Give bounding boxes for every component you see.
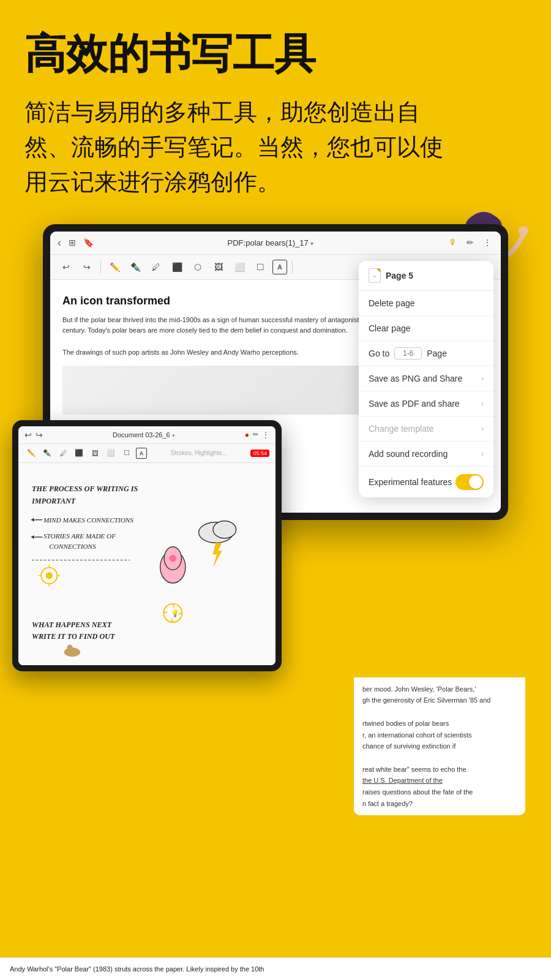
svg-text:STORIES ARE MADE OF: STORIES ARE MADE OF bbox=[43, 532, 116, 540]
department-text: the U.S. Department of the bbox=[362, 775, 517, 786]
toolbar-right-icons: 🎙 ✏ ⋮ bbox=[447, 236, 493, 249]
shape-icon[interactable]: ☐ bbox=[252, 258, 269, 276]
bookmark-icon[interactable]: 🔖 bbox=[82, 236, 94, 249]
clear-page-label: Clear page bbox=[369, 323, 411, 333]
bottom-text1: ber mood. John Wesley, 'Polar Bears,' bbox=[362, 684, 517, 695]
eraser-icon[interactable]: ⬛ bbox=[168, 258, 186, 276]
back-button[interactable]: ‹ bbox=[58, 236, 61, 249]
chevron-right-icon2: › bbox=[481, 399, 484, 408]
page-suffix-label: Page bbox=[427, 349, 447, 358]
redo-icon[interactable]: ↪ bbox=[78, 258, 96, 276]
subtitle: 简洁与易用的多种工具，助您创造出自然、流畅的手写笔记。当然，您也可以使用云记来进… bbox=[24, 95, 453, 200]
small-undo-icon[interactable]: ↩ bbox=[24, 430, 32, 440]
delete-page-label: Delete page bbox=[369, 298, 415, 308]
handwriting-content: THE PROCESS OF WRITING IS IMPORTANT MIND… bbox=[18, 463, 276, 665]
change-template-label: Change template bbox=[369, 424, 434, 434]
more-options-icon[interactable]: ⋮ bbox=[481, 236, 493, 249]
goto-label: Go to bbox=[369, 349, 389, 358]
bottom-content-strip: ber mood. John Wesley, 'Polar Bears,' gh… bbox=[354, 677, 525, 816]
svg-text:MIND MAKES CONNECTIONS: MIND MAKES CONNECTIONS bbox=[43, 516, 133, 524]
pencil-tool-icon[interactable]: ✒️ bbox=[127, 258, 144, 276]
small-eraser-icon[interactable]: ⬛ bbox=[72, 447, 86, 460]
menu-item-goto: Go to Page bbox=[359, 341, 493, 366]
small-tools-toolbar: ✏️ ✒️ 🖊 ⬛ 🖼 ⬜ ☐ A Strokes, Highlighte...… bbox=[18, 444, 276, 463]
save-png-label: Save as PNG and Share bbox=[369, 374, 462, 383]
small-pencil2-icon[interactable]: ✒️ bbox=[40, 447, 54, 460]
chevron-right-icon3: › bbox=[481, 424, 484, 433]
add-sound-label: Add sound recording bbox=[369, 449, 448, 459]
svg-text:THE PROCESS OF WRITING IS: THE PROCESS OF WRITING IS bbox=[32, 484, 138, 492]
menu-item-add-sound[interactable]: Add sound recording › bbox=[359, 442, 493, 467]
bottom-text2: gh the generosity of Eric Silverman '85 … bbox=[362, 695, 517, 706]
menu-item-change-template[interactable]: Change template › bbox=[359, 417, 493, 442]
bottom-text3: rtwined bodies of polar bears bbox=[362, 718, 517, 729]
svg-marker-30 bbox=[213, 543, 222, 566]
svg-text:CONNECTIONS: CONNECTIONS bbox=[49, 542, 96, 549]
small-image-icon[interactable]: 🖼 bbox=[88, 447, 102, 460]
menu-item-save-pdf[interactable]: Save as PDF and share › bbox=[359, 391, 493, 417]
svg-marker-15 bbox=[31, 518, 34, 522]
mic-icon[interactable]: 🎙 bbox=[447, 236, 459, 249]
small-box-icon[interactable]: ⬜ bbox=[104, 447, 118, 460]
text-box-icon[interactable]: ⬜ bbox=[231, 258, 248, 276]
grid-icon[interactable]: ⊞ bbox=[66, 236, 78, 249]
experimental-label: Experimental features bbox=[369, 477, 452, 487]
chevron-right-icon: › bbox=[481, 374, 484, 383]
menu-page-label: Page 5 bbox=[386, 271, 413, 281]
svg-point-33 bbox=[170, 555, 176, 562]
text-icon[interactable]: A bbox=[272, 260, 287, 274]
menu-item-delete-page[interactable]: Delete page bbox=[359, 291, 493, 316]
image-icon[interactable]: 🖼 bbox=[210, 258, 227, 276]
small-redo-icon[interactable]: ↪ bbox=[36, 430, 43, 440]
goto-input[interactable] bbox=[394, 347, 422, 360]
menu-item-experimental: Experimental features bbox=[359, 467, 493, 497]
page-corner bbox=[377, 269, 380, 273]
divider2 bbox=[292, 261, 293, 273]
chevron-right-icon4: › bbox=[481, 450, 484, 458]
timer-badge: 05:54 bbox=[250, 450, 269, 457]
page-thumbnail-icon: ≡ bbox=[369, 268, 381, 283]
main-title: 高效的书写工具 bbox=[24, 31, 527, 77]
strokes-label: Strokes, Highlighte... bbox=[171, 450, 227, 456]
small-more-icon[interactable]: ⋮ bbox=[262, 431, 269, 439]
bottom-text8: raises questions about the fate of the bbox=[362, 786, 517, 798]
top-section: 高效的书写工具 简洁与易用的多种工具，助您创造出自然、流畅的手写笔记。当然，您也… bbox=[0, 0, 551, 212]
document-title[interactable]: PDF:polar bears(1)_17 ▾ bbox=[99, 238, 442, 247]
marker-tool-icon[interactable]: 🖊 bbox=[148, 258, 165, 276]
undo-icon[interactable]: ↩ bbox=[58, 258, 75, 276]
svg-marker-18 bbox=[31, 535, 34, 539]
small-pencil1-icon[interactable]: ✏️ bbox=[24, 447, 38, 460]
small-pen-icon[interactable]: ✏ bbox=[253, 431, 258, 439]
small-shape-icon[interactable]: ☐ bbox=[120, 447, 133, 460]
menu-item-save-png[interactable]: Save as PNG and Share › bbox=[359, 366, 493, 391]
svg-point-29 bbox=[213, 521, 236, 538]
bottom-text4: r, an international cohort of scientists bbox=[362, 729, 517, 741]
bottom-bar-text: Andy Warhol's "Polar Bear" (1983) struts… bbox=[10, 965, 541, 973]
svg-text:IMPORTANT: IMPORTANT bbox=[31, 497, 76, 505]
ipad-small: ↩ ↪ Document 03-26_6 ▾ ● ✏ ⋮ ✏️ ✒️ 🖊 ⬛ bbox=[12, 420, 282, 671]
small-textA-icon[interactable]: A bbox=[136, 448, 147, 459]
bottom-text6: reat white bear" seems to echo the bbox=[362, 764, 517, 775]
svg-point-23 bbox=[46, 572, 53, 579]
pen-edit-icon[interactable]: ✏ bbox=[464, 236, 476, 249]
context-menu: ≡ Page 5 Delete page Clear page Go to bbox=[359, 261, 493, 497]
bottom-text9: n fact a tragedy? bbox=[362, 798, 517, 810]
divider1 bbox=[100, 261, 101, 273]
svg-text:💡: 💡 bbox=[171, 608, 180, 617]
menu-item-clear-page[interactable]: Clear page bbox=[359, 316, 493, 341]
svg-text:WHAT HAPPENS NEXT: WHAT HAPPENS NEXT bbox=[32, 620, 112, 629]
svg-text:WRITE IT TO FIND OUT: WRITE IT TO FIND OUT bbox=[32, 632, 115, 641]
small-marker-icon[interactable]: 🖊 bbox=[56, 447, 70, 460]
ipad-small-inner: ↩ ↪ Document 03-26_6 ▾ ● ✏ ⋮ ✏️ ✒️ 🖊 ⬛ bbox=[18, 426, 276, 665]
small-record-icon[interactable]: ● bbox=[245, 431, 249, 439]
small-doc-title[interactable]: Document 03-26_6 ▾ bbox=[47, 431, 241, 439]
experimental-toggle[interactable] bbox=[455, 474, 484, 490]
svg-point-39 bbox=[67, 644, 72, 650]
small-toolbar: ↩ ↪ Document 03-26_6 ▾ ● ✏ ⋮ bbox=[18, 426, 276, 444]
lasso-icon[interactable]: ⬡ bbox=[189, 258, 206, 276]
pen-tool-icon[interactable]: ✏️ bbox=[106, 258, 123, 276]
save-pdf-label: Save as PDF and share bbox=[369, 399, 460, 409]
toolbar-left-icons: ⊞ 🔖 bbox=[66, 236, 94, 249]
bottom-bar: Andy Warhol's "Polar Bear" (1983) struts… bbox=[0, 957, 551, 980]
main-toolbar: ‹ ⊞ 🔖 PDF:polar bears(1)_17 ▾ 🎙 ✏ ⋮ bbox=[50, 232, 501, 255]
